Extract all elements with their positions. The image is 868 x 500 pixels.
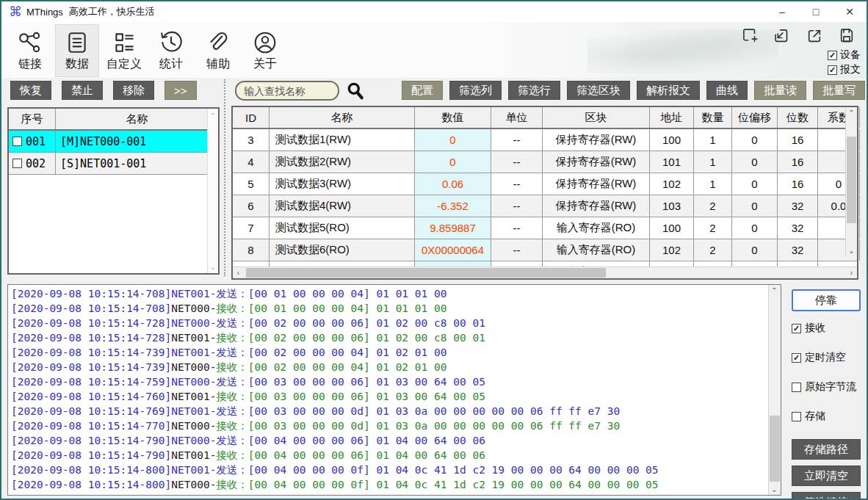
log-option-3[interactable]: 原始字节流: [792, 380, 864, 394]
grid-cell-name: 测试数据4(RW): [270, 195, 415, 217]
grid-cell-bits: 16: [778, 173, 818, 195]
view-toggle-2[interactable]: ✓报文: [828, 63, 861, 76]
grid-cell-block: 保持寄存器(RW): [543, 195, 650, 217]
toolbar-item-3[interactable]: 自定义: [103, 25, 145, 76]
grid-cell-bit_offset: 0: [732, 239, 778, 261]
device-name: [M]NET000-001: [60, 135, 146, 148]
save-floppy-button[interactable]: [837, 26, 856, 48]
scroll-left-icon[interactable]: ‹: [233, 267, 244, 278]
new-window-plus-button[interactable]: [740, 26, 759, 48]
close-button[interactable]: ✕: [833, 1, 867, 22]
log-line: [2020-09-08 10:15:14-800]NET001-发送：[00 0…: [11, 463, 766, 477]
checkbox[interactable]: [12, 159, 22, 168]
data-action-button-5[interactable]: 解析报文: [637, 81, 700, 100]
device-action-button-3[interactable]: 移除: [113, 81, 154, 100]
data-action-button-1[interactable]: 配置: [402, 81, 443, 100]
log-button-1[interactable]: 存储路径: [792, 439, 861, 460]
scroll-down-icon[interactable]: ⌄: [769, 484, 780, 495]
dock-button[interactable]: 停靠: [792, 289, 861, 311]
log-scrollbar[interactable]: ⌃ ⌄: [768, 285, 781, 495]
device-action-button-2[interactable]: 禁止: [62, 81, 103, 100]
search-input[interactable]: [235, 81, 339, 101]
toolbar-item-5[interactable]: 辅助: [197, 25, 239, 76]
grid-cell-id: 7: [233, 217, 270, 239]
checkbox[interactable]: ✓: [828, 51, 837, 60]
view-toggle-label: 报文: [840, 63, 861, 76]
log-option-1[interactable]: ✓接收: [792, 322, 864, 335]
scroll-right-icon[interactable]: ›: [846, 267, 857, 278]
checkbox[interactable]: ✓: [792, 324, 801, 333]
grid-row[interactable]: 8测试数据6(RO)0X00000064--输入寄存器(RO)1022032: [233, 239, 857, 261]
grid-header-4: 单位: [491, 107, 543, 128]
data-action-button-8[interactable]: 批量写: [813, 81, 865, 100]
toolbar-item-6[interactable]: 关于: [244, 25, 286, 76]
grid-cell-qty: 2: [694, 239, 732, 261]
log-line: [2020-09-08 10:15:14-728]NET001-接收：[00 0…: [11, 330, 766, 345]
export-arrow-button[interactable]: [805, 26, 824, 48]
grid-cell-unit: --: [491, 217, 543, 239]
search-icon[interactable]: [346, 81, 365, 101]
grid-row[interactable]: 5测试数据3(RW)0.06--保持寄存器(RW)10210160: [233, 173, 857, 195]
grid-header-8: 位偏移: [732, 107, 778, 128]
data-action-button-7[interactable]: 批量读: [754, 81, 806, 100]
panel-splitter[interactable]: [224, 79, 225, 276]
device-row[interactable]: 002[S]NET001-001: [9, 153, 218, 175]
grid-header-2: 名称: [270, 107, 415, 128]
grid-header-5: 区块: [543, 107, 650, 128]
log-button-3[interactable]: 筛选链接: [792, 492, 861, 500]
grid-row[interactable]: 6测试数据4(RW)-6.352--保持寄存器(RW)10320320.0: [233, 195, 857, 217]
scroll-up-icon[interactable]: ⌃: [846, 107, 857, 118]
device-row[interactable]: 001[M]NET000-001: [9, 131, 218, 153]
view-toggle-label: 设备: [840, 48, 861, 62]
data-action-button-4[interactable]: 筛选区块: [567, 81, 630, 100]
checkbox[interactable]: [12, 137, 22, 146]
title-bar: ⌘ MThings 高效工作，快乐生活 – □ ✕: [1, 1, 867, 22]
grid-row[interactable]: 3测试数据1(RW)0--保持寄存器(RW)1001016: [233, 129, 857, 151]
device-list-scrollbar[interactable]: ⌃ ⌄: [207, 109, 218, 273]
log-device: NET001-: [171, 405, 216, 417]
view-toggle-1[interactable]: ✓设备: [828, 48, 861, 62]
toolbar-item-label: 自定义: [106, 57, 142, 72]
data-action-button-2[interactable]: 筛选列: [449, 81, 502, 100]
grid-horizontal-scrollbar[interactable]: ‹ ›: [233, 267, 857, 278]
maximize-button[interactable]: □: [799, 1, 833, 22]
toolbar-item-2[interactable]: 数据: [56, 25, 98, 76]
log-option-4[interactable]: 存储: [792, 410, 864, 423]
grid-vertical-scrollbar[interactable]: ⌃ ⌄: [845, 107, 857, 256]
device-action-button-1[interactable]: 恢复: [10, 81, 51, 100]
log-direction: 发送：: [216, 288, 248, 300]
log-button-2[interactable]: 立即清空: [792, 465, 861, 486]
grid-cell-unit: --: [491, 151, 543, 173]
checkbox[interactable]: [792, 412, 801, 421]
toolbar-item-1[interactable]: 链接: [9, 25, 51, 76]
grid-row[interactable]: 4测试数据2(RW)0--保持寄存器(RW)1011016: [233, 151, 857, 173]
paperclip-icon: [206, 30, 231, 55]
log-option-2[interactable]: ✓定时清空: [792, 351, 864, 364]
scroll-down-icon[interactable]: ⌄: [208, 261, 218, 272]
checkbox[interactable]: [792, 383, 801, 392]
checkbox[interactable]: ✓: [828, 65, 837, 75]
data-action-button-6[interactable]: 曲线: [706, 81, 748, 100]
scroll-up-icon[interactable]: ⌃: [208, 110, 218, 120]
log-device: NET001-: [171, 449, 216, 461]
grid-cell-unit: --: [491, 173, 543, 195]
data-action-button-3[interactable]: 筛选行: [508, 81, 560, 100]
scroll-up-icon[interactable]: ⌃: [769, 285, 780, 296]
log-option-label: 原始字节流: [805, 380, 856, 394]
log-direction: 发送：: [216, 347, 248, 358]
checkbox[interactable]: ✓: [792, 353, 801, 363]
device-action-button-4[interactable]: >>: [164, 81, 197, 100]
grid-row[interactable]: 7测试数据5(RO)9.859887--输入寄存器(RO)1002032: [233, 217, 857, 239]
log-payload: [00 03 00 00 00 0d] 01 03 0a 00 00 00 00…: [248, 420, 620, 432]
log-device: NET001-: [171, 332, 216, 344]
grid-cell-block: 输入寄存器(RO): [543, 217, 650, 239]
log-timestamp: [2020-09-08 10:15:14-759]: [11, 376, 171, 388]
import-arrow-button[interactable]: [773, 26, 792, 48]
history-clock-icon: [159, 30, 184, 55]
scroll-down-icon[interactable]: ⌄: [846, 245, 857, 256]
grid-cell-qty: 2: [694, 195, 732, 217]
toolbar-item-4[interactable]: 统计: [150, 25, 192, 76]
minimize-button[interactable]: –: [765, 1, 799, 22]
mthings-window: ⌘ MThings 高效工作，快乐生活 – □ ✕ 链接数据自定义统计辅助关于 …: [0, 0, 868, 500]
user-circle-icon: [253, 30, 278, 55]
